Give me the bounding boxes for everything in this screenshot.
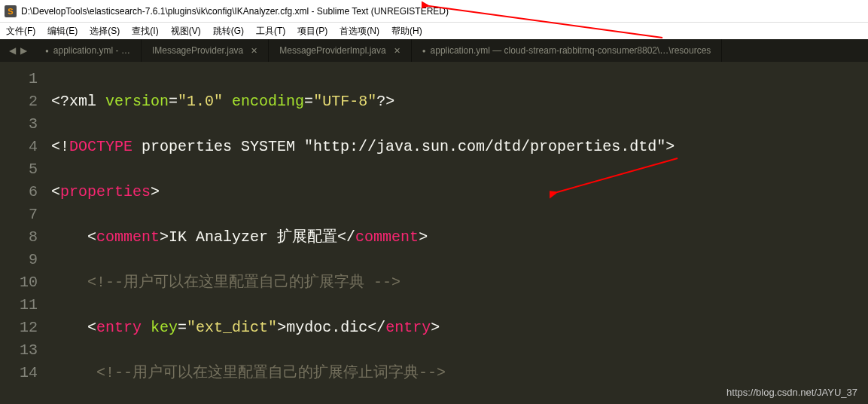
menu-goto[interactable]: 跳转(G)	[207, 25, 250, 38]
nav-forward-icon[interactable]: ▶	[20, 45, 27, 56]
lineno: 8	[0, 226, 38, 249]
app-icon: S	[5, 5, 17, 17]
watermark: https://blog.csdn.net/JAYU_37	[726, 387, 857, 398]
editor[interactable]: 1 2 3 4 5 6 7 8 9 10 11 12 13 14 <?xml v…	[0, 62, 868, 404]
tab-label: application.yml — cloud-stream-rabbitmq-…	[431, 45, 711, 56]
menu-help[interactable]: 帮助(H)	[385, 25, 428, 38]
menu-prefs[interactable]: 首选项(N)	[333, 25, 385, 38]
menu-tools[interactable]: 工具(T)	[250, 25, 291, 38]
window-title: D:\DevelopTools\elasticsearch-7.6.1\plug…	[21, 6, 449, 17]
lineno: 6	[0, 181, 38, 204]
menu-find[interactable]: 查找(I)	[126, 25, 164, 38]
tab-nav: ◀ ▶	[0, 39, 35, 62]
close-icon[interactable]: ✕	[251, 46, 257, 56]
menu-edit[interactable]: 编辑(E)	[41, 25, 84, 38]
code-area[interactable]: <?xml version="1.0" encoding="UTF-8"?> <…	[47, 62, 868, 404]
menu-view[interactable]: 视图(V)	[165, 25, 207, 38]
code-line: <!--用户可以在这里配置自己的扩展停止词字典-->	[51, 362, 863, 384]
dirty-dot-icon: ●	[422, 47, 426, 54]
tab-imessageprovider[interactable]: IMessageProvider.java ✕	[142, 39, 269, 62]
tab-label: IMessageProvider.java	[152, 45, 243, 56]
code-line: <comment>IK Analyzer 扩展配置</comment>	[51, 226, 863, 249]
dirty-dot-icon: ●	[45, 47, 49, 54]
tab-application-yml-2[interactable]: ● application.yml — cloud-stream-rabbitm…	[412, 39, 723, 62]
close-icon[interactable]: ✕	[394, 46, 400, 56]
lineno: 9	[0, 249, 38, 271]
lineno: 10	[0, 271, 38, 294]
lineno: 5	[0, 158, 38, 181]
code-line: <?xml version="1.0" encoding="UTF-8"?>	[51, 90, 863, 113]
tab-messageproviderimpl[interactable]: MessageProviderImpl.java ✕	[269, 39, 411, 62]
code-line: <!DOCTYPE properties SYSTEM "http://java…	[51, 136, 863, 158]
lineno: 1	[0, 68, 38, 90]
lineno: 11	[0, 294, 38, 317]
lineno: 2	[0, 90, 38, 113]
code-line: <entry key="ext_dict">mydoc.dic</entry>	[51, 317, 863, 339]
code-line: <properties>	[51, 181, 863, 204]
tab-label: application.yml - …	[53, 45, 130, 56]
lineno: 3	[0, 113, 38, 136]
menu-bar: 文件(F) 编辑(E) 选择(S) 查找(I) 视图(V) 跳转(G) 工具(T…	[0, 23, 868, 39]
title-bar: S D:\DevelopTools\elasticsearch-7.6.1\pl…	[0, 0, 868, 23]
code-line: <!--用户可以在这里配置自己的扩展字典 -->	[51, 271, 863, 294]
menu-project[interactable]: 项目(P)	[291, 25, 333, 38]
tab-application-yml-1[interactable]: ● application.yml - …	[35, 39, 142, 62]
menu-file[interactable]: 文件(F)	[0, 25, 41, 38]
lineno: 7	[0, 204, 38, 226]
nav-back-icon[interactable]: ◀	[9, 45, 16, 56]
gutter: 1 2 3 4 5 6 7 8 9 10 11 12 13 14	[0, 62, 47, 404]
lineno: 13	[0, 339, 38, 362]
lineno: 4	[0, 136, 38, 158]
menu-select[interactable]: 选择(S)	[84, 25, 126, 38]
lineno: 12	[0, 317, 38, 339]
tab-row: ◀ ▶ ● application.yml - … IMessageProvid…	[0, 39, 868, 62]
lineno: 14	[0, 362, 38, 384]
tab-label: MessageProviderImpl.java	[279, 45, 385, 56]
